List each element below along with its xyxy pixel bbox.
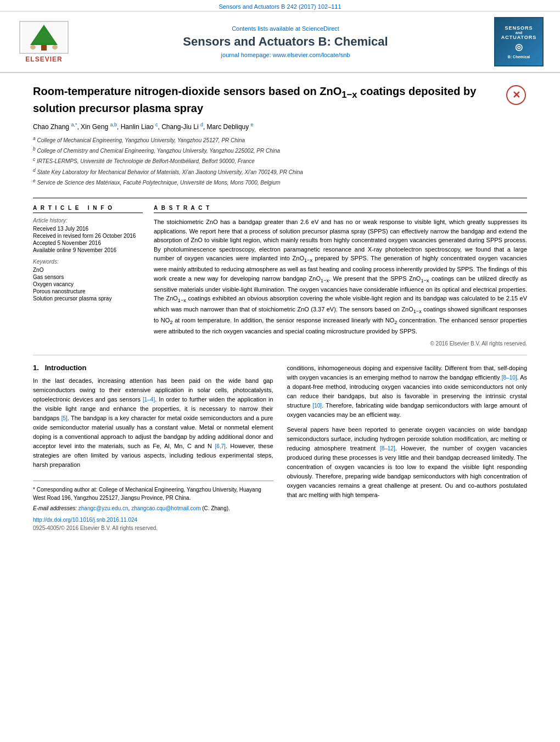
elsevier-tree-image — [22, 22, 66, 52]
journal-info-center: Contents lists available at ScienceDirec… — [77, 25, 494, 58]
footnote-section: * Corresponding author at: College of Me… — [33, 481, 273, 531]
keywords-section: Keywords: ZnO Gas sensors Oxygen vacancy… — [33, 259, 143, 302]
svg-point-4 — [30, 45, 36, 49]
keyword-oxygen-vacancy: Oxygen vacancy — [33, 281, 143, 287]
elsevier-text: ELSEVIER — [25, 55, 62, 63]
sensors-actuators-badge: SENSORS and ACTUATORS ◎ B: Chemical — [494, 17, 544, 66]
badge-actuators-label: ACTUATORS — [501, 35, 537, 40]
available-date: Available online 9 November 2016 — [33, 247, 143, 253]
svg-point-5 — [52, 45, 58, 49]
journal-homepage: journal homepage: www.elsevier.com/locat… — [88, 52, 483, 58]
ref-10b: [10] — [312, 403, 322, 409]
badge-icon: ◎ — [515, 42, 523, 52]
journal-reference-bar: Sensors and Actuators B 242 (2017) 102–1… — [0, 0, 560, 12]
page: Sensors and Actuators B 242 (2017) 102–1… — [0, 0, 560, 542]
affiliation-c: c IRTES-LERMPS, Université de Technologi… — [33, 156, 494, 165]
abstract-text: The stoichiometric ZnO has a bandgap gre… — [154, 217, 527, 336]
section-divider — [33, 355, 527, 355]
info-abstract-section: A R T I C L E I N F O Article history: R… — [33, 198, 527, 346]
keyword-porous: Porous nanostructure — [33, 288, 143, 294]
ref-8-10: [8–10] — [502, 375, 517, 381]
email-link-2[interactable]: zhangcao.cqu@hotmail.com — [131, 505, 200, 511]
elsevier-box — [19, 21, 69, 54]
body-section: 1. Introduction In the last decades, inc… — [33, 364, 527, 531]
keyword-gas-sensors: Gas sensors — [33, 274, 143, 280]
received-revised-date: Received in revised form 26 October 2016 — [33, 233, 143, 239]
ref-5: [5] — [61, 415, 68, 421]
main-content: Room-temperature nitrogen-dioxide sensor… — [0, 73, 560, 542]
intro-left-text: In the last decades, increasing attentio… — [33, 376, 273, 470]
doi-line[interactable]: http://dx.doi.org/10.1016/j.snb.2016.11.… — [33, 517, 273, 523]
history-label: Article history: — [33, 217, 143, 224]
journal-ref-text: Sensors and Actuators B 242 (2017) 102–1… — [219, 3, 341, 10]
received-date: Received 13 July 2016 — [33, 226, 143, 232]
keywords-label: Keywords: — [33, 259, 143, 265]
affiliation-a: a College of Mechanical Engineering, Yan… — [33, 135, 494, 144]
body-left-col: 1. Introduction In the last decades, inc… — [33, 364, 273, 531]
footnote-star: * — [33, 487, 37, 493]
elsevier-logo-section: ELSEVIER — [11, 21, 77, 63]
crossmark-icon: ✕ — [506, 85, 526, 105]
keyword-zno: ZnO — [33, 267, 143, 273]
elsevier-logo: ELSEVIER — [11, 21, 77, 63]
license-line: 0925-4005/© 2016 Elsevier B.V. All right… — [33, 525, 273, 531]
badge-sub: B: Chemical — [508, 55, 530, 59]
intro-right-text-2: Several papers have been reported to gen… — [287, 425, 528, 500]
journal-title: Sensors and Actuators B: Chemical — [88, 35, 483, 49]
homepage-url[interactable]: www.elsevier.com/locate/snb — [273, 52, 350, 58]
keyword-spps: Solution precursor plasma spray — [33, 295, 143, 302]
ref-8-12: [8–12] — [380, 445, 395, 451]
contents-available: Contents lists available at ScienceDirec… — [88, 25, 483, 32]
article-title: Room-temperature nitrogen-dioxide sensor… — [33, 84, 494, 115]
ref-1-4: [1–4] — [143, 397, 155, 403]
journal-badge-section: SENSORS and ACTUATORS ◎ B: Chemical — [494, 17, 549, 66]
affiliation-e: e Service de Science des Matériaux, Facu… — [33, 177, 494, 187]
intro-heading: 1. Introduction — [33, 364, 273, 372]
authors-line: Chao Zhang a,*, Xin Geng a,b, Hanlin Lia… — [33, 122, 494, 131]
article-info-col: A R T I C L E I N F O Article history: R… — [33, 205, 143, 346]
crossmark-badge: ✕ — [505, 84, 527, 106]
footnote-email: E-mail addresses: zhangc@yzu.edu.cn, zha… — [33, 504, 273, 512]
ref-6-7: [6,7] — [215, 443, 225, 449]
copyright-line: © 2016 Elsevier B.V. All rights reserved… — [154, 341, 527, 347]
intro-right-text: conditions, inhomogeneous doping and exp… — [287, 364, 528, 420]
article-info-label: A R T I C L E I N F O — [33, 205, 143, 213]
article-header: Room-temperature nitrogen-dioxide sensor… — [33, 84, 527, 189]
sciencedirect-link[interactable]: ScienceDirect — [302, 25, 339, 32]
badge-sensors-label: SENSORS — [505, 25, 533, 31]
abstract-col: A B S T R A C T The stoichiometric ZnO h… — [154, 205, 527, 346]
affiliations: a College of Mechanical Engineering, Yan… — [33, 135, 494, 187]
badge-and-label: and — [516, 31, 522, 35]
abstract-label: A B S T R A C T — [154, 205, 527, 213]
article-title-section: Room-temperature nitrogen-dioxide sensor… — [33, 84, 505, 189]
body-right-col: conditions, inhomogeneous doping and exp… — [287, 364, 528, 531]
accepted-date: Accepted 5 November 2016 — [33, 240, 143, 246]
affiliation-d: d State Key Laboratory for Mechanical Be… — [33, 167, 494, 176]
email-link[interactable]: zhangc@yzu.edu.cn — [79, 505, 128, 511]
journal-header: ELSEVIER Contents lists available at Sci… — [0, 12, 560, 73]
affiliation-b: b College of Chemistry and Chemical Engi… — [33, 146, 494, 155]
footnote-corresponding: * Corresponding author at: College of Me… — [33, 486, 273, 502]
